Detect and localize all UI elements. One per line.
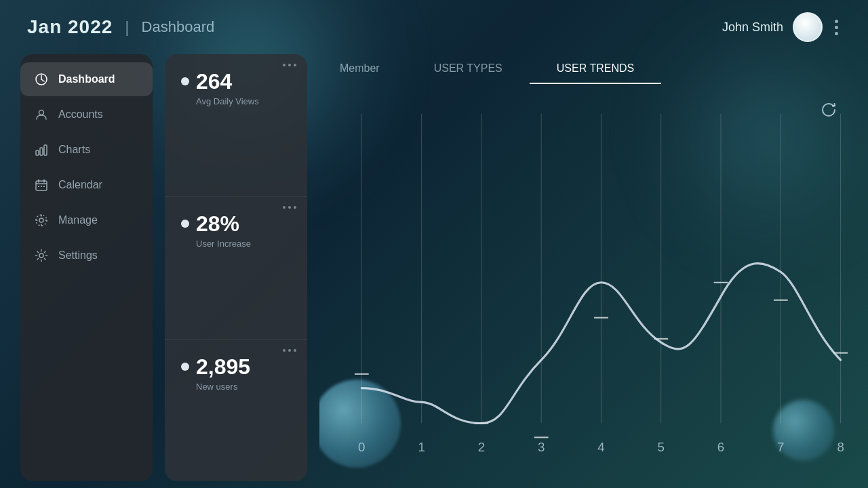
stat-label-views: Avg Daily Views (181, 96, 291, 106)
refresh-button[interactable] (816, 98, 841, 122)
trend-chart: 0 1 2 3 4 5 6 7 8 (319, 91, 848, 481)
stat-card-views-options[interactable] (283, 64, 296, 66)
dot (288, 64, 291, 66)
charts-icon (34, 142, 49, 157)
sidebar-item-dashboard[interactable]: Dashboard (20, 62, 153, 96)
svg-point-1 (39, 110, 44, 115)
stat-value-new-users: 2,895 (181, 356, 291, 378)
svg-point-11 (39, 253, 43, 258)
sidebar-item-settings[interactable]: Settings (20, 239, 153, 272)
chart-area: Member USER TYPES USER TRENDS (319, 54, 848, 481)
tab-member[interactable]: Member (326, 54, 407, 84)
dot (288, 349, 291, 352)
sidebar-label-dashboard: Dashboard (58, 73, 115, 85)
svg-text:6: 6 (717, 440, 724, 454)
avatar (793, 12, 823, 42)
more-options-button[interactable] (832, 17, 841, 38)
stat-number-views: 264 (196, 70, 232, 92)
stat-number-increase: 28% (196, 213, 239, 235)
dot (835, 20, 838, 23)
header-right: John Smith (722, 12, 841, 42)
sidebar-label-manage: Manage (58, 214, 98, 226)
tab-user-types[interactable]: USER TYPES (407, 54, 530, 84)
stat-bullet (181, 363, 189, 371)
header-divider: | (125, 18, 129, 37)
chart-container: 0 1 2 3 4 5 6 7 8 (319, 91, 848, 481)
stat-value-increase: 28% (181, 213, 291, 235)
dot (835, 32, 838, 35)
stat-bullet (181, 220, 189, 228)
svg-text:1: 1 (418, 440, 425, 454)
sidebar-label-accounts: Accounts (58, 108, 103, 121)
dot (283, 206, 285, 209)
sidebar-label-charts: Charts (58, 144, 90, 156)
header-left: Jan 2022 | Dashboard (27, 16, 214, 38)
sidebar-label-settings: Settings (58, 249, 98, 262)
stat-card-increase: 28% User Increase (165, 197, 307, 339)
stat-card-views: 264 Avg Daily Views (165, 54, 307, 197)
stat-value-views: 264 (181, 70, 291, 92)
svg-text:4: 4 (597, 440, 604, 454)
main-content: Dashboard Accounts Charts (0, 54, 868, 481)
stat-label-increase: User Increase (181, 239, 291, 249)
header-subtitle: Dashboard (142, 18, 215, 36)
sidebar: Dashboard Accounts Charts (20, 54, 153, 481)
stat-number-new-users: 2,895 (196, 356, 250, 378)
dot (288, 206, 291, 209)
sidebar-item-accounts[interactable]: Accounts (20, 98, 153, 131)
svg-rect-3 (40, 148, 43, 155)
stat-card-increase-options[interactable] (283, 206, 296, 209)
svg-rect-8 (43, 186, 45, 187)
svg-text:8: 8 (837, 440, 844, 454)
dot (283, 349, 285, 352)
header: Jan 2022 | Dashboard John Smith (0, 0, 868, 54)
chart-tabs: Member USER TYPES USER TRENDS (319, 54, 848, 84)
dot (294, 64, 296, 66)
stat-bullet (181, 77, 189, 85)
sidebar-label-calendar: Calendar (58, 179, 102, 191)
svg-rect-6 (38, 186, 39, 187)
svg-text:3: 3 (538, 440, 545, 454)
svg-rect-2 (36, 150, 39, 155)
stat-card-new-users-options[interactable] (283, 349, 296, 352)
dot (294, 349, 296, 352)
calendar-icon (34, 178, 49, 192)
svg-text:7: 7 (777, 440, 784, 454)
sidebar-item-calendar[interactable]: Calendar (20, 168, 153, 202)
manage-icon (34, 213, 49, 228)
dot (294, 206, 296, 209)
dashboard-icon (34, 72, 49, 87)
settings-icon (34, 248, 49, 263)
accounts-icon (34, 107, 49, 122)
stat-card-new-users: 2,895 New users (165, 340, 307, 481)
svg-point-9 (39, 218, 43, 222)
sidebar-item-charts[interactable]: Charts (20, 133, 153, 167)
user-name: John Smith (722, 20, 783, 35)
svg-rect-4 (44, 145, 47, 155)
svg-rect-7 (41, 186, 42, 187)
sidebar-item-manage[interactable]: Manage (20, 203, 153, 237)
dot (835, 26, 838, 29)
svg-text:2: 2 (478, 440, 485, 454)
svg-text:0: 0 (358, 440, 365, 454)
header-date: Jan 2022 (27, 16, 113, 38)
stat-label-new-users: New users (181, 382, 291, 392)
stats-panel: 264 Avg Daily Views 28% User Increase (165, 54, 307, 481)
dot (283, 64, 285, 66)
tab-user-trends[interactable]: USER TRENDS (530, 54, 661, 84)
svg-text:5: 5 (658, 440, 665, 454)
